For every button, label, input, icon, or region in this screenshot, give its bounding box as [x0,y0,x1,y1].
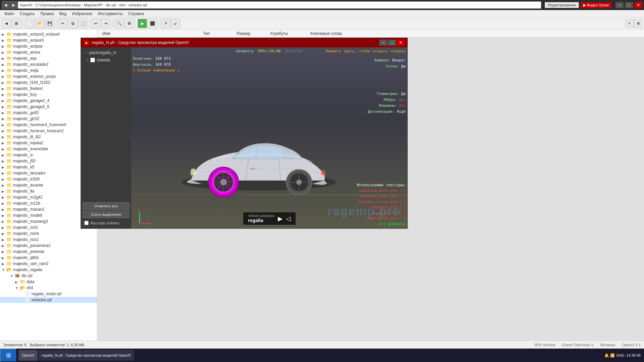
folder-icon: 📁 [6,195,12,200]
tree-item-data[interactable]: ▶ 📁 data [0,279,97,285]
tree-item-noire[interactable]: ▶ 📁 majestic_noire [0,230,97,237]
verts-info-label: Вершины: [379,103,397,108]
tab-skeleton[interactable]: Skeleton [285,49,303,53]
texture-item-2[interactable]: vehshare_truck.ytd [-] [357,199,406,205]
anim-prev-button[interactable]: ◁ [286,215,291,222]
toolbar-cut[interactable]: ✂ [58,19,67,28]
tree-item-polestar[interactable]: ▶ 📁 majestic_polestar [0,249,97,255]
back-button[interactable]: ◄ [2,1,10,9]
mv-help-text[interactable]: Нажмите здесь, чтобы открыть справку [326,49,406,53]
mv-geo-info: Геометрия: Да Рёбра: Нет Вершины: Нет Де… [368,91,406,114]
chassis-checkbox[interactable]: ✓ [90,58,95,62]
toolbar-btn-2[interactable]: ⊞ [12,19,21,28]
toolbar-open[interactable]: 📂 [35,19,44,28]
mv-close-button[interactable]: ✕ [397,40,405,46]
toolbar-run[interactable]: ▶ [138,19,147,28]
folder-icon: 📁 [6,219,12,224]
folder-icon: 📁 [6,134,12,140]
tree-item-panamera2[interactable]: ▶ 📁 majestic_panamera2 [0,243,97,249]
animation-bar: Vehicle animation regalia ▶ ◁ [243,212,296,225]
texture-item-0[interactable]: vehshare_worn.ytd [-] [357,188,406,194]
col-keywords[interactable]: Ключевые слова [307,31,642,36]
toolbar-save[interactable]: 💾 [45,19,54,28]
close-main-button[interactable]: ✕ [634,2,642,8]
video-button[interactable]: ▶ Видео Уроки [581,2,611,8]
folder-icon: 📁 [6,231,12,236]
mv-viewport[interactable]: FPS: 32,40 Geometry | Bounds | Skeleton … [131,47,407,228]
also-hide-checkbox[interactable] [84,221,89,225]
tree-item-regalia[interactable]: ▼ 📂 majestic_regalia [0,267,97,273]
toolbar-redo[interactable]: ↪ [101,19,111,28]
toolbar-paste[interactable]: 📋 [78,19,88,28]
folder-icon: 📁 [6,201,12,206]
polygons-label: Полигоны: [133,56,153,61]
toolbar-props[interactable]: ⚙ [125,19,134,28]
mv-right-info: Камера: Вокруг Сетка: Да [375,57,406,69]
menu-edit[interactable]: Правка [38,11,57,17]
folder-icon: 📁 [6,213,12,218]
toolbar-search[interactable]: 🔍 [114,19,124,28]
col-size[interactable]: Размер [233,31,267,36]
detail-label: Детализация: [368,109,394,114]
taskbar-item-openiv[interactable]: OpenIV [18,350,38,361]
texture-item-1[interactable]: vehshare_army.ytd [-] [357,194,406,199]
col-attrs[interactable]: Атрибуты [267,31,307,36]
tree-item-q60s[interactable]: ▶ 📁 majestic_q60s [0,255,97,261]
address-input[interactable]: OpenIV › C:\Users\superion\Desktop\ › Ma… [18,1,541,9]
taskbar-item-modelviewer[interactable]: regalia_hi.yft - Средство просмотра моде… [38,350,134,361]
mv-tree-root[interactable]: ─ pack/regalia_hi [83,49,130,56]
maximize-main-button[interactable]: □ [625,2,633,8]
view-grid-button[interactable]: ⊞ [634,19,642,28]
toolbar-undo[interactable]: ↩ [91,19,101,28]
anim-play-button[interactable]: ▶ [278,215,283,222]
svg-text:Y: Y [138,210,140,213]
verts-info-value: Нет [399,103,406,108]
tab-bounds[interactable]: Bounds [263,49,276,53]
tree-item-eclass3[interactable]: ▶ 📁 majestic_eclass3_eclass4 [0,31,97,37]
tab-geometry[interactable]: Geometry [236,49,254,53]
mv-minimize-button[interactable]: ─ [379,40,387,46]
toolbar-extract[interactable]: ↗ [161,19,170,28]
tree-item-regalia-mods[interactable]: ▶ 📄 regalia_mods.rpf [0,291,97,297]
toolbar-import[interactable]: ↙ [171,19,180,28]
toolbar-btn-1[interactable]: ◄ [2,19,11,28]
forward-button[interactable]: ► [10,1,18,9]
mv-maximize-button[interactable]: □ [388,40,396,46]
expand-icon: + [86,57,89,63]
model-viewer-window: ■ regalia_hi.yft - Средство просмотра мо… [81,38,408,229]
toolbar-copy[interactable]: ⧉ [68,19,78,28]
taskbar-items: OpenIV regalia_hi.yft - Средство просмот… [17,350,601,361]
folder-icon: 📁 [6,128,12,134]
mv-tree-chassis[interactable]: + ✓ chassis [83,56,130,64]
svg-rect-17 [250,168,255,169]
tree-item-vehicles-rpf[interactable]: ▶ 📄 vehicles.rpf [0,297,97,303]
menu-help[interactable]: Справка [126,11,147,17]
also-hide-label: Also hide children [90,221,119,225]
toolbar-new[interactable]: 📄 [25,19,34,28]
col-name[interactable]: Имя [99,31,200,36]
vertices-value: 169 078 [155,62,170,67]
menu-tools[interactable]: Инструменты [95,11,126,17]
folder-open-icon: 📂 [6,267,12,272]
minimize-main-button[interactable]: ─ [615,2,624,8]
col-type[interactable]: Тип [200,31,233,36]
toolbar-stop[interactable]: ⬛ [148,19,157,28]
anim-name: regalia [248,218,274,223]
add-texture-button[interactable]: [+] добавить [357,221,406,227]
menu-file[interactable]: Файл [2,11,17,17]
tree-item-dlc-rpf[interactable]: ▼ 📦 dlc.rpf [0,273,97,279]
start-button[interactable]: ⊞ [0,349,17,362]
more-info-link[interactable]: [ Больше информации ] [133,67,180,73]
menu-create[interactable]: Создать [17,11,38,17]
view-list-button[interactable]: ≡ [626,19,634,28]
tree-item-ram[interactable]: ▶ 📁 majestic_ram_ram2 [0,261,97,267]
select-all-button[interactable]: Отметить все [83,202,130,210]
menu-favorites[interactable]: Избранное [69,11,95,17]
tree-item-x64[interactable]: ▼ 📂 x64 [0,285,97,291]
tree-item-nsx2[interactable]: ▶ 📁 majestic_nsx2 [0,237,97,243]
mv-title-text: regalia_hi.yft - Средство просмотра моде… [92,40,379,45]
deselect-all-button[interactable]: Снять выделение [83,211,130,218]
menu-view[interactable]: Вид [57,11,69,17]
chassis-label: chassis [97,58,110,62]
edit-button[interactable]: Редактирование [545,2,579,8]
